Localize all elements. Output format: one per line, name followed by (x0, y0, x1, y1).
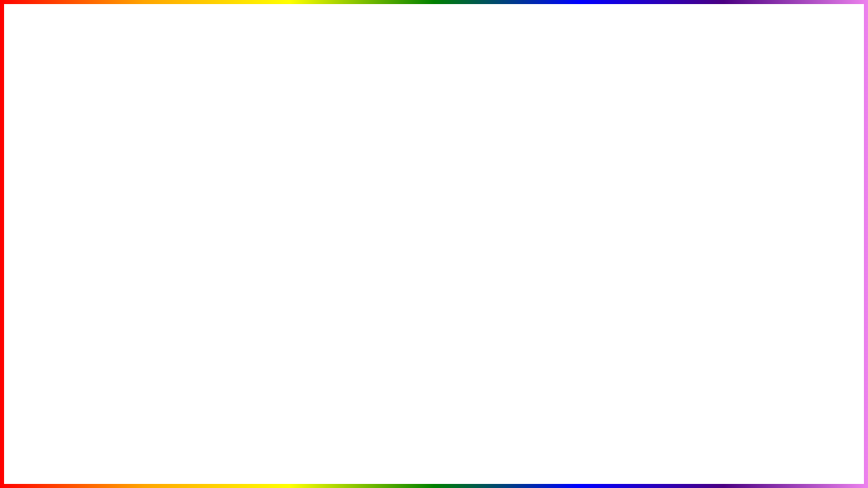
auto-awakener-checkbox[interactable]: ✓ (533, 247, 541, 255)
select-island-dropdown[interactable]: SelectIsland ▼ (669, 281, 802, 294)
right-hub-title-bar: BEO HUB 🔍 (530, 180, 813, 194)
refresh-row: Refresh Weapon 🔄 (55, 239, 163, 250)
buy-chip-label: Buy Chip (533, 287, 561, 294)
select-chips-dropdown[interactable]: Select Chips ▼ (537, 258, 657, 271)
hub-window-right: BEO HUB 🔍 Auto Stats/Players Shop Raid/T… (529, 180, 814, 376)
auto-chest-tp-checkbox[interactable] (170, 227, 178, 235)
right-hub-content: Raid ✓ Kill aura ✓ Auto Next Island ✓ Au… (530, 207, 813, 369)
raid-section-title: Raid (533, 211, 661, 221)
auto-rengoku-checkbox[interactable] (170, 277, 178, 285)
blox-fruits-logo: BLOX FRUITS (760, 401, 841, 478)
fast-attack-checkbox[interactable]: ✓ (60, 280, 68, 288)
tween-btn[interactable]: Tween 🚀 (673, 296, 806, 309)
fast-attack-item: ✓ Fast Attack (55, 278, 163, 290)
tween-label: Tween (679, 299, 698, 306)
script-label: SCRIPT (464, 432, 558, 462)
bring-mob-label: Bring Mob (71, 268, 102, 276)
teleport-sea-3-label: Teleport To Sea 3 (679, 255, 732, 262)
teleport-section: Teleport Teleport Sea 1 🚀 Teleport To Se… (665, 207, 813, 369)
level-label: Lv Farm Level (60, 228, 99, 235)
lock-mob-item: Lock Mob (55, 253, 163, 266)
tab-misc-left[interactable]: Misc (228, 194, 258, 207)
auto-chest-tween: Auto Chest[Tween] (163, 249, 352, 262)
tab-misc-right[interactable]: Misc (703, 194, 733, 207)
select-chips-label: Select Chips (543, 261, 581, 268)
teleport-sea-2-icon: 🚀 (791, 241, 800, 248)
auto-rengoku-label: Auto Rengoku (181, 278, 224, 285)
left-sub-panel: Auto Farm Lv Farm Level ▼ Refresh Weapon… (55, 207, 163, 369)
svg-point-5 (422, 384, 433, 394)
title-container: BLOX FRUITS (0, 7, 868, 100)
select-chips-arrow: ▼ (644, 261, 651, 268)
auto-chest-vip-checkbox[interactable] (170, 239, 178, 247)
teleport-sea-3-btn[interactable]: Teleport To Sea 3 🚀 (673, 252, 806, 265)
svg-point-8 (802, 410, 808, 415)
left-hub-title: BEO HUB (59, 183, 90, 190)
auto-chest-vip: Auto Chest[Vip] (163, 237, 352, 249)
buy-chip-select-label: Buy Chip Select (533, 299, 581, 306)
auto-evo-label: Auto Evo Race (180, 265, 225, 272)
auto-awakener: ✓ Auto Awakener (533, 245, 661, 256)
kill-aura-checkbox[interactable]: ✓ (533, 225, 541, 233)
tab-shop-left[interactable]: Shop (142, 194, 174, 207)
tab-stats-right[interactable]: Stats/Players (560, 194, 616, 207)
tab-raid-right[interactable]: Raid/Telepor (648, 194, 703, 207)
select-island-arrow: ▼ (789, 284, 795, 291)
select-chips-row: Select Chips ▼ (533, 258, 661, 271)
refresh-icon[interactable]: 🔄 (108, 241, 117, 248)
level-row: Lv Farm Level ▼ (55, 225, 163, 239)
tab-raid-left[interactable]: Raid/Telepor (174, 194, 228, 207)
level-dropdown[interactable]: ▼ (102, 227, 157, 237)
lock-mob-checkbox[interactable] (60, 256, 68, 264)
auto-evo-checkmark: ✓ (170, 264, 177, 273)
teleport-sea-1-label: Teleport Sea 1 (679, 226, 723, 234)
auto-chest-tween-label: Auto Chest[Tween] (181, 252, 239, 260)
auto-chest-tp-label: Auto Chest[TP] (181, 228, 227, 235)
dark-splat-decoration (393, 355, 461, 434)
tab-auto-left[interactable]: Auto (55, 194, 85, 207)
auto-next-checkbox[interactable]: ✓ (533, 236, 541, 244)
buy-chip-select-icon[interactable]: 🚀 (653, 299, 661, 306)
auto-ecto-checkbox[interactable] (170, 302, 178, 310)
auto-chest-tween-checkbox[interactable] (170, 251, 178, 260)
kill-aura-label: Kill aura (544, 226, 568, 233)
auto-chest-tp: Auto Chest[TP] (163, 225, 352, 237)
logo-blox-text: BLOX (774, 434, 827, 456)
tab-auto-right[interactable]: Auto (530, 194, 560, 207)
left-search-icon[interactable]: 🔍 (338, 182, 348, 191)
teleport-sea-3-icon: 🚀 (791, 255, 800, 262)
right-sub-panel: Something Auto Chest[TP] Auto Chest[Vip]… (163, 207, 352, 369)
auto-next-label: Auto Next Island (544, 237, 593, 244)
title-blox: BLOX (172, 8, 393, 99)
auto-awakener-label: Auto Awakener (544, 247, 589, 255)
bring-mob-item: ✓ Bring Mob (55, 266, 163, 278)
teleport-sea-1-icon: 🚀 (791, 226, 800, 234)
svg-point-7 (793, 410, 798, 415)
left-hub-content: Auto Farm Lv Farm Level ▼ Refresh Weapon… (55, 207, 352, 369)
fast-attack-label: Fast Attack (71, 281, 104, 288)
left-panel-title: Auto Farm (55, 211, 163, 225)
teleport-quest-label: Teleport Quest (679, 269, 723, 277)
auto-select-label: Auto Select Raid (533, 274, 584, 282)
hub-window-left: BEO HUB 🔍 Auto Stats/Players Shop Raid/T… (54, 180, 353, 376)
tab-shop-right[interactable]: Shop (616, 194, 648, 207)
teleport-sea-2-btn[interactable]: Teleport To Sea 2 🚀 (673, 238, 806, 251)
left-hub-title-bar: BEO HUB 🔍 (55, 180, 352, 194)
right-search-icon[interactable]: 🔍 (800, 182, 809, 191)
skull-icon (760, 401, 841, 434)
auto-next-island: ✓ Auto Next Island (533, 235, 661, 245)
teleport-quest-btn[interactable]: Teleport Quest 🚀 (673, 266, 806, 279)
logo-fruits-text: FRUITS (766, 456, 834, 477)
refresh-label: Refresh Weapon (60, 241, 106, 248)
teleport-sea-1-btn[interactable]: Teleport Sea 1 🚀 (673, 224, 806, 237)
raid-section: Raid ✓ Kill aura ✓ Auto Next Island ✓ Au… (530, 207, 665, 369)
teleport-section-title: Teleport (669, 211, 810, 221)
auto-bart-checkbox[interactable] (170, 289, 178, 298)
bring-mob-checkbox[interactable]: ✓ (60, 268, 68, 276)
tab-stats-left[interactable]: Stats/Players (85, 194, 142, 207)
title-fruits: FRUITS (410, 8, 695, 99)
pastebin-label: PASTEBIN (566, 432, 694, 462)
buy-chip-select-row: Buy Chip Select 🚀 (533, 298, 661, 308)
auto-rengoku: Auto Rengoku (163, 275, 352, 287)
buy-chip-row: Buy Chip (533, 285, 661, 296)
